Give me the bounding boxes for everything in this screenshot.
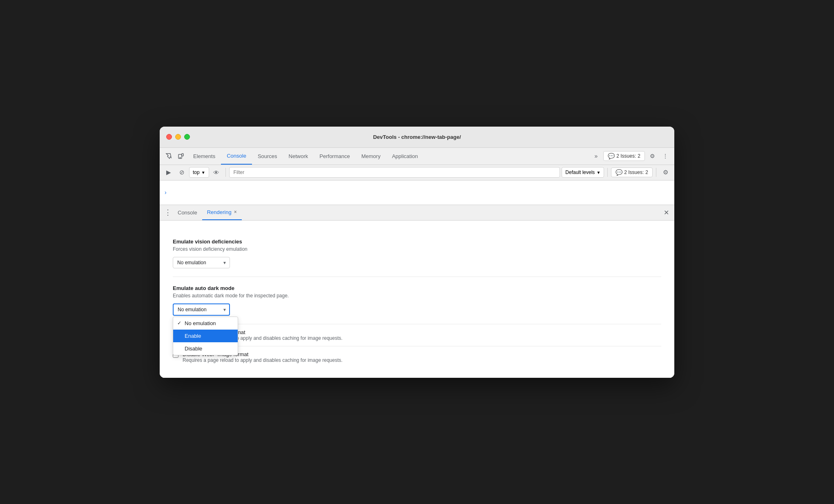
svg-rect-1 <box>182 154 183 156</box>
panel-menu-icon[interactable]: ⋮ <box>163 207 173 217</box>
panel-tab-rendering[interactable]: Rendering × <box>202 205 242 220</box>
toolbar-issues-label: 2 Issues: <box>624 169 644 175</box>
devtools-window: DevTools - chrome://new-tab-page/ Elemen… <box>160 127 674 378</box>
tab-application[interactable]: Application <box>386 147 424 165</box>
tab-sources[interactable]: Sources <box>252 147 283 165</box>
console-chevron-icon[interactable]: › <box>165 189 167 196</box>
more-tabs-button[interactable]: » <box>590 150 602 162</box>
main-tabs-bar: Elements Console Sources Network Perform… <box>160 148 674 165</box>
more-options-icon[interactable]: ⋮ <box>660 150 671 162</box>
panel-tab-console[interactable]: Console <box>173 205 202 220</box>
panel-close-button[interactable]: ✕ <box>661 207 671 217</box>
dark-mode-section-desc: Enables automatic dark mode for the insp… <box>173 293 661 299</box>
filter-input[interactable] <box>229 167 560 178</box>
webp-desc: Requires a page reload to apply and disa… <box>183 357 343 363</box>
device-icon[interactable] <box>175 150 187 162</box>
traffic-lights <box>166 134 190 140</box>
rendering-content: Emulate vision deficiencies Forces visio… <box>160 221 674 378</box>
dark-mode-section-title: Emulate auto dark mode <box>173 285 661 291</box>
eye-icon[interactable]: 👁 <box>211 167 222 178</box>
toolbar-issues-count: 2 <box>645 169 648 175</box>
dark-mode-select[interactable]: No emulation Enable Disable <box>173 303 230 316</box>
context-chevron-icon: ▼ <box>201 170 205 175</box>
tabs-list: Elements Console Sources Network Perform… <box>187 147 590 165</box>
dropdown-item-disable[interactable]: Disable <box>173 342 238 355</box>
panel-tabs-bar: ⋮ Console Rendering × ✕ <box>160 205 674 221</box>
bottom-panel: ⋮ Console Rendering × ✕ Emulate vision d… <box>160 205 674 378</box>
webp-checkbox-row: Disable WebP image format Requires a pag… <box>173 346 661 368</box>
vision-section: Emulate vision deficiencies Forces visio… <box>173 230 661 277</box>
tab-network[interactable]: Network <box>283 147 314 165</box>
toolbar-divider <box>225 168 226 177</box>
rendering-tab-close-icon[interactable]: × <box>234 210 237 214</box>
inspect-icon[interactable] <box>163 150 174 162</box>
svg-point-2 <box>180 157 181 158</box>
vision-select[interactable]: No emulation Blurred vision Deuteranopia… <box>173 257 230 268</box>
dropdown-item-enable[interactable]: Enable <box>173 330 238 342</box>
toolbar-issues-badge[interactable]: 💬 2 Issues: 2 <box>611 167 653 177</box>
dark-mode-section: Emulate auto dark mode Enables automatic… <box>173 277 661 324</box>
issues-icon: 💬 <box>608 153 615 159</box>
context-selector[interactable]: top ▼ <box>189 167 209 178</box>
tab-memory[interactable]: Memory <box>356 147 386 165</box>
levels-chevron-icon: ▼ <box>596 170 600 175</box>
vision-section-title: Emulate vision deficiencies <box>173 239 661 245</box>
issues-badge[interactable]: 💬 2 Issues: 2 <box>603 151 645 161</box>
tabs-right: » 💬 2 Issues: 2 ⚙ ⋮ <box>590 150 671 162</box>
minimize-button[interactable] <box>175 134 181 140</box>
console-output: › <box>160 181 674 205</box>
issues-count: 2 <box>638 153 640 159</box>
dropdown-item-no-emulation[interactable]: No emulation <box>173 317 238 330</box>
toolbar-issues-icon: 💬 <box>615 169 622 176</box>
run-script-icon[interactable]: ▶ <box>163 167 174 178</box>
dark-mode-select-wrapper: No emulation Enable Disable ▼ No emulati… <box>173 303 230 316</box>
toolbar-divider3 <box>656 168 656 177</box>
settings-icon[interactable]: ⚙ <box>647 150 658 162</box>
toolbar-bar: ▶ ⊘ top ▼ 👁 Default levels ▼ 💬 2 Issues:… <box>160 165 674 181</box>
vision-section-desc: Forces vision deficiency emulation <box>173 246 661 252</box>
toolbar-divider2 <box>607 168 608 177</box>
issues-label: 2 Issues: <box>616 153 636 159</box>
dark-mode-dropdown: No emulation Enable Disable <box>173 317 238 355</box>
titlebar: DevTools - chrome://new-tab-page/ <box>160 127 674 148</box>
context-label: top <box>193 169 200 175</box>
vision-select-wrapper: No emulation Blurred vision Deuteranopia… <box>173 257 230 268</box>
default-levels-button[interactable]: Default levels ▼ <box>562 167 604 178</box>
maximize-button[interactable] <box>184 134 190 140</box>
tab-performance[interactable]: Performance <box>314 147 355 165</box>
tab-console[interactable]: Console <box>221 147 252 165</box>
console-settings-icon[interactable]: ⚙ <box>660 167 671 178</box>
avif-checkbox-row: Disable AVIF image format Requires a pag… <box>173 324 661 346</box>
window-title: DevTools - chrome://new-tab-page/ <box>373 134 461 140</box>
block-icon[interactable]: ⊘ <box>176 167 187 178</box>
tab-elements[interactable]: Elements <box>187 147 221 165</box>
close-button[interactable] <box>166 134 172 140</box>
